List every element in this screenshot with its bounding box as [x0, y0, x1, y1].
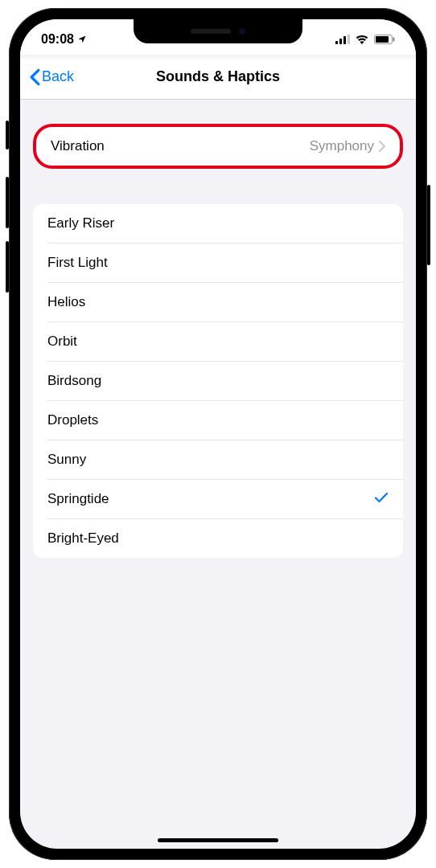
wifi-icon — [355, 35, 369, 44]
back-label: Back — [42, 68, 74, 85]
sound-row[interactable]: Sunny — [33, 440, 403, 479]
sound-row[interactable]: Birdsong — [33, 362, 403, 400]
volume-down — [6, 241, 9, 293]
sound-row[interactable]: Springtide — [33, 480, 403, 518]
sound-row[interactable]: First Light — [33, 244, 403, 282]
vibration-section: Vibration Symphony — [33, 124, 403, 169]
sound-label: Springtide — [47, 491, 109, 507]
sound-row[interactable]: Helios — [33, 283, 403, 321]
content[interactable]: Vibration Symphony Early RiserFirst Ligh… — [20, 100, 416, 849]
sound-label: Birdsong — [47, 373, 101, 389]
sound-label: Helios — [47, 294, 85, 310]
sound-label: Droplets — [47, 412, 98, 428]
front-camera — [239, 28, 245, 35]
notch — [134, 19, 302, 43]
screen: 09:08 — [20, 19, 416, 849]
vibration-value: Symphony — [310, 138, 374, 154]
sound-row[interactable]: Orbit — [33, 322, 403, 361]
silent-switch — [6, 121, 9, 149]
sound-row[interactable]: Droplets — [33, 401, 403, 440]
sound-row[interactable]: Bright-Eyed — [33, 519, 403, 558]
vibration-label: Vibration — [51, 138, 105, 154]
vibration-value-wrap: Symphony — [310, 138, 385, 154]
svg-rect-1 — [339, 39, 342, 44]
page-title: Sounds & Haptics — [156, 68, 280, 85]
vibration-row[interactable]: Vibration Symphony — [36, 127, 400, 166]
cellular-icon — [335, 35, 350, 44]
svg-rect-5 — [376, 36, 389, 43]
power-button — [427, 185, 430, 265]
battery-icon — [374, 35, 395, 44]
chevron-left-icon — [30, 68, 40, 86]
svg-rect-0 — [335, 41, 338, 44]
status-icons — [335, 30, 395, 44]
sound-label: Orbit — [47, 334, 77, 350]
sounds-section: Early RiserFirst LightHeliosOrbitBirdson… — [33, 204, 403, 558]
earpiece — [191, 29, 231, 34]
sound-label: Early Riser — [47, 215, 114, 231]
sound-label: First Light — [47, 255, 108, 271]
svg-rect-2 — [343, 36, 346, 44]
back-button[interactable]: Back — [30, 68, 74, 86]
clock: 09:08 — [41, 32, 74, 47]
svg-rect-6 — [393, 38, 395, 42]
home-indicator[interactable] — [158, 838, 278, 842]
sound-label: Bright-Eyed — [47, 530, 119, 547]
volume-up — [6, 177, 9, 228]
location-icon — [77, 35, 87, 44]
nav-bar: Back Sounds & Haptics — [20, 55, 416, 100]
chevron-right-icon — [379, 141, 385, 152]
device-frame: 09:08 — [9, 8, 427, 860]
sound-row[interactable]: Early Riser — [33, 204, 403, 243]
status-time: 09:08 — [41, 27, 87, 47]
svg-rect-3 — [348, 35, 350, 44]
checkmark-icon — [374, 491, 389, 507]
sound-label: Sunny — [47, 452, 86, 468]
